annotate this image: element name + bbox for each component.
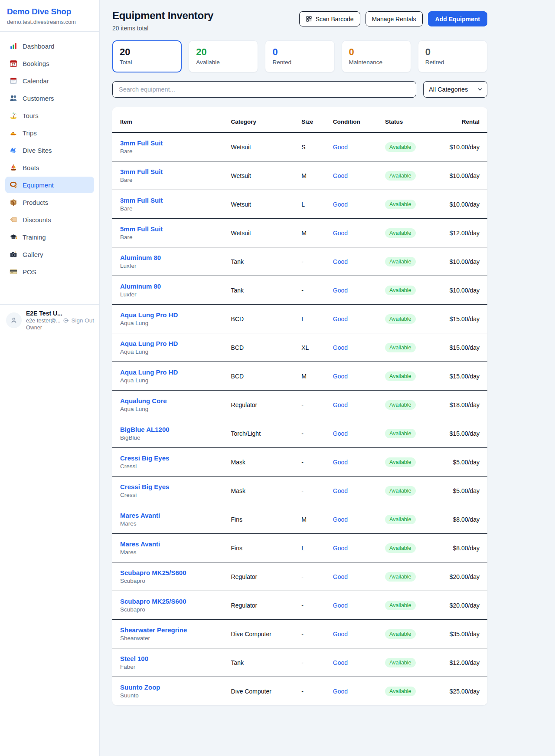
table-header-row: ItemCategorySizeConditionStatusRental [112, 107, 487, 132]
category-select[interactable]: All Categories [423, 81, 487, 98]
item-name-link[interactable]: Cressi Big Eyes [120, 483, 224, 490]
stat-card-maintenance[interactable]: 0Maintenance [342, 40, 411, 72]
item-name-link[interactable]: Scubapro MK25/S600 [120, 569, 224, 576]
table-row: Scubapro MK25/S600ScubaproRegulator-Good… [112, 591, 487, 620]
condition-link[interactable]: Good [333, 516, 348, 523]
item-name-link[interactable]: Cressi Big Eyes [120, 454, 224, 462]
scan-barcode-button[interactable]: Scan Barcode [299, 11, 360, 26]
sidebar-item-gallery[interactable]: Gallery [5, 246, 94, 263]
status-badge: Available [385, 687, 416, 696]
item-name-link[interactable]: 5mm Full Suit [120, 225, 224, 233]
sidebar-item-discounts[interactable]: Discounts [5, 211, 94, 228]
stat-card-available[interactable]: 20Available [189, 40, 258, 72]
item-name-link[interactable]: Scubapro MK25/S600 [120, 598, 224, 605]
sidebar-item-bookings[interactable]: 17Bookings [5, 55, 94, 72]
qr-scan-icon [306, 16, 312, 22]
table-row: Mares AvantiMaresFinsLGoodAvailable$8.00… [112, 534, 487, 562]
item-name-link[interactable]: Mares Avanti [120, 512, 224, 519]
item-name-link[interactable]: Aluminum 80 [120, 283, 224, 290]
category-cell: Dive Computer [228, 677, 298, 706]
sidebar-item-products[interactable]: Products [5, 194, 94, 210]
condition-link[interactable]: Good [333, 401, 348, 408]
item-brand: Luxfer [120, 263, 224, 269]
sidebar-item-dashboard[interactable]: Dashboard [5, 38, 94, 54]
sidebar-item-label: Bookings [23, 60, 49, 67]
sidebar-item-pos[interactable]: POS [5, 263, 94, 280]
column-header-size: Size [298, 107, 330, 132]
condition-link[interactable]: Good [333, 172, 348, 179]
stat-card-rented[interactable]: 0Rented [265, 40, 334, 72]
stat-label: Available [196, 59, 251, 66]
item-name-link[interactable]: Aqualung Core [120, 397, 224, 404]
condition-link[interactable]: Good [333, 487, 348, 494]
condition-link[interactable]: Good [333, 316, 348, 322]
item-cell: Cressi Big EyesCressi [112, 477, 228, 505]
sidebar-item-label: Training [23, 233, 46, 241]
item-name-link[interactable]: Suunto Zoop [120, 684, 224, 691]
condition-cell: Good [330, 391, 382, 419]
condition-link[interactable]: Good [333, 659, 348, 666]
condition-link[interactable]: Good [333, 344, 348, 351]
item-name-link[interactable]: Shearwater Peregrine [120, 626, 224, 634]
condition-link[interactable]: Good [333, 144, 348, 151]
item-name-link[interactable]: Steel 100 [120, 655, 224, 662]
sidebar-item-customers[interactable]: Customers [5, 90, 94, 106]
item-name-link[interactable]: Aqua Lung Pro HD [120, 311, 224, 319]
add-equipment-button[interactable]: Add Equipment [428, 11, 487, 26]
rental-cell: $12.00/day [439, 219, 487, 247]
condition-link[interactable]: Good [333, 631, 348, 638]
item-name-link[interactable]: BigBlue AL1200 [120, 426, 224, 433]
condition-link[interactable]: Good [333, 287, 348, 294]
item-name-link[interactable]: 3mm Full Suit [120, 139, 224, 147]
condition-cell: Good [330, 219, 382, 247]
category-cell: Tank [228, 247, 298, 276]
sidebar-item-equipment[interactable]: Equipment [5, 177, 94, 193]
stat-card-retired[interactable]: 0Retired [418, 40, 487, 72]
status-cell: Available [382, 419, 438, 448]
size-cell: - [298, 276, 330, 305]
item-name-link[interactable]: Aqua Lung Pro HD [120, 368, 224, 376]
item-name-link[interactable]: 3mm Full Suit [120, 197, 224, 204]
item-brand: Suunto [120, 692, 224, 699]
sidebar-item-trips[interactable]: Trips [5, 125, 94, 141]
category-cell: Regulator [228, 591, 298, 620]
sidebar-item-label: Discounts [23, 216, 51, 224]
item-cell: Cressi Big EyesCressi [112, 448, 228, 477]
item-cell: 3mm Full SuitBare [112, 132, 228, 161]
item-name-link[interactable]: Mares Avanti [120, 540, 224, 548]
condition-link[interactable]: Good [333, 459, 348, 466]
condition-link[interactable]: Good [333, 373, 348, 380]
item-name-link[interactable]: Aluminum 80 [120, 254, 224, 261]
condition-cell: Good [330, 648, 382, 677]
status-badge: Available [385, 515, 416, 524]
condition-link[interactable]: Good [333, 602, 348, 609]
item-name-link[interactable]: Aqua Lung Pro HD [120, 340, 224, 347]
sidebar-item-tours[interactable]: Tours [5, 107, 94, 124]
item-cell: Suunto ZoopSuunto [112, 677, 228, 706]
bar-chart-icon [10, 42, 17, 50]
status-cell: Available [382, 562, 438, 591]
search-input[interactable] [112, 81, 416, 98]
condition-link[interactable]: Good [333, 430, 348, 437]
condition-link[interactable]: Good [333, 230, 348, 237]
rental-cell: $8.00/day [439, 534, 487, 562]
manage-rentals-label: Manage Rentals [372, 16, 416, 23]
condition-link[interactable]: Good [333, 573, 348, 580]
sign-out-button[interactable]: Sign Out [62, 317, 94, 324]
sidebar-item-dive-sites[interactable]: Dive Sites [5, 142, 94, 158]
sidebar-item-training[interactable]: Training [5, 229, 94, 245]
sidebar-item-label: Customers [23, 95, 54, 102]
stat-card-total[interactable]: 20Total [112, 40, 182, 72]
item-name-link[interactable]: 3mm Full Suit [120, 168, 224, 175]
condition-link[interactable]: Good [333, 688, 348, 695]
brand-title[interactable]: Demo Dive Shop [7, 7, 92, 16]
stat-value: 20 [120, 46, 174, 58]
manage-rentals-button[interactable]: Manage Rentals [366, 11, 423, 26]
sidebar-item-boats[interactable]: Boats [5, 159, 94, 176]
condition-link[interactable]: Good [333, 258, 348, 265]
sidebar-item-calendar[interactable]: Calendar [5, 72, 94, 89]
table-row: BigBlue AL1200BigBlueTorch/Light-GoodAva… [112, 419, 487, 448]
category-cell: BCD [228, 333, 298, 362]
condition-link[interactable]: Good [333, 545, 348, 552]
condition-link[interactable]: Good [333, 201, 348, 208]
